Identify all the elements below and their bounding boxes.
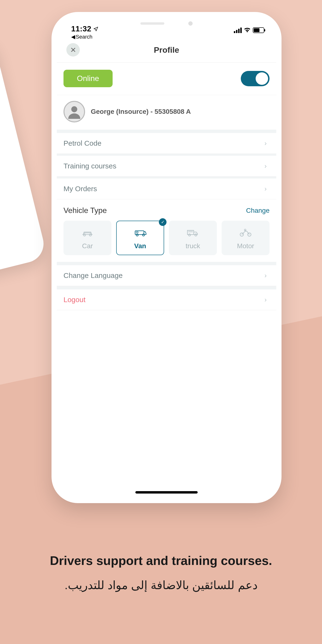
close-button[interactable]: ✕ xyxy=(66,43,80,56)
chevron-right-icon: › xyxy=(264,185,267,192)
menu-logout[interactable]: Logout › xyxy=(57,290,276,310)
section-gap xyxy=(57,262,276,265)
menu-label: Petrol Code xyxy=(64,139,101,147)
menu-label: Training courses xyxy=(64,162,116,170)
svg-point-8 xyxy=(188,234,191,236)
svg-rect-7 xyxy=(187,230,194,235)
menu-change-language[interactable]: Change Language › xyxy=(57,265,276,286)
toggle-knob xyxy=(256,72,268,85)
svg-point-1 xyxy=(84,234,86,236)
truck-icon xyxy=(186,228,200,238)
vehicle-option-van[interactable]: ✓ Van xyxy=(116,221,164,255)
camera-icon xyxy=(188,21,192,26)
battery-icon xyxy=(253,27,264,33)
page-title: Profile xyxy=(57,45,276,54)
vehicle-type-title: Vehicle Type xyxy=(64,206,107,215)
svg-point-4 xyxy=(136,234,138,236)
caption-english: Drivers support and training courses. xyxy=(24,554,298,568)
svg-point-2 xyxy=(89,234,92,236)
phone-frame: 11:32 ◀ Search ✕ Profile Online Geo xyxy=(52,12,282,503)
vehicle-type-section: Vehicle Type Change Car ✓ Van truck Moto… xyxy=(57,199,276,262)
vehicle-option-truck[interactable]: truck xyxy=(169,221,217,255)
van-icon xyxy=(134,228,147,238)
svg-rect-6 xyxy=(136,232,138,233)
close-icon: ✕ xyxy=(70,46,76,54)
profile-name: George (Insource) - 55305808 A xyxy=(91,108,191,116)
car-icon xyxy=(81,228,94,238)
svg-point-5 xyxy=(142,234,145,236)
location-arrow-icon xyxy=(93,26,98,32)
background-phone-text: r xyxy=(0,58,4,126)
svg-point-12 xyxy=(244,229,246,231)
caption-arabic: دعم للسائقين بالاضافة إلى مواد للتدريب. xyxy=(24,578,298,592)
status-time: 11:32 xyxy=(71,24,98,33)
screen-header: ✕ Profile xyxy=(57,39,276,62)
vehicle-label: Van xyxy=(134,242,146,250)
vehicle-option-car[interactable]: Car xyxy=(64,221,112,255)
background-phone-partial: r xyxy=(0,34,48,286)
svg-point-9 xyxy=(195,234,197,236)
vehicle-label: Car xyxy=(82,242,93,250)
menu-training-courses[interactable]: Training courses › xyxy=(57,156,276,176)
vehicle-option-motor[interactable]: Motor xyxy=(222,221,270,255)
cellular-signal-icon xyxy=(234,28,242,33)
section-gap xyxy=(57,286,276,290)
time-text: 11:32 xyxy=(71,24,91,33)
check-badge-icon: ✓ xyxy=(159,218,166,226)
chevron-right-icon: › xyxy=(264,296,267,304)
phone-notch xyxy=(126,17,207,30)
speaker-icon xyxy=(140,22,164,25)
home-indicator[interactable] xyxy=(135,491,198,494)
menu-label: My Orders xyxy=(64,185,97,193)
menu-label: Change Language xyxy=(64,272,123,280)
online-status-row: Online xyxy=(57,62,276,95)
menu-label: Logout xyxy=(64,296,86,304)
chevron-right-icon: › xyxy=(264,162,267,170)
chevron-right-icon: › xyxy=(264,272,267,279)
wifi-icon xyxy=(244,27,251,34)
person-icon xyxy=(67,104,82,119)
menu-petrol-code[interactable]: Petrol Code › xyxy=(57,133,276,154)
chevron-right-icon: › xyxy=(264,140,267,147)
section-gap xyxy=(57,176,276,178)
menu-my-orders[interactable]: My Orders › xyxy=(57,178,276,199)
change-vehicle-link[interactable]: Change xyxy=(246,207,270,214)
promo-caption: Drivers support and training courses. دع… xyxy=(0,554,322,592)
vehicle-label: truck xyxy=(186,242,200,250)
vehicle-label: Motor xyxy=(237,242,254,250)
online-badge: Online xyxy=(64,70,112,87)
section-gap xyxy=(57,130,276,133)
svg-point-0 xyxy=(72,106,78,112)
online-toggle[interactable] xyxy=(241,71,270,86)
vehicle-options: Car ✓ Van truck Motor xyxy=(64,221,270,255)
profile-row: George (Insource) - 55305808 A xyxy=(57,95,276,130)
section-gap xyxy=(57,154,276,156)
avatar[interactable] xyxy=(64,101,85,122)
motorcycle-icon xyxy=(239,228,252,238)
